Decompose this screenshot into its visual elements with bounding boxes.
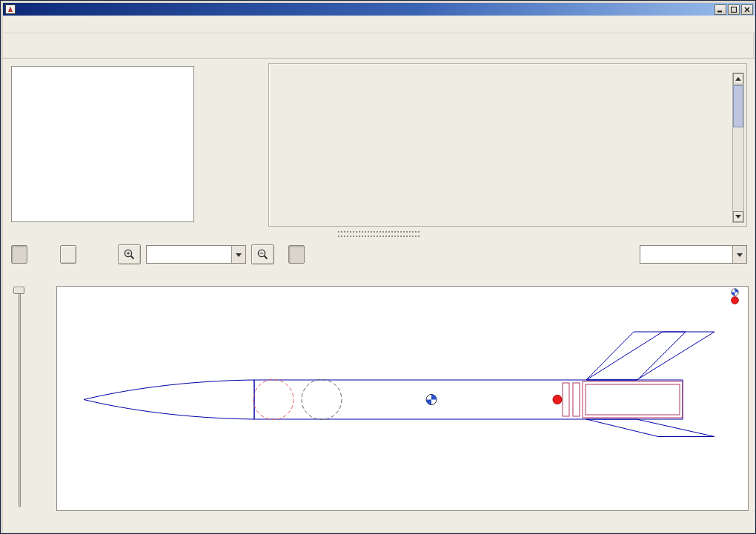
rotation-slider-handle[interactable] xyxy=(13,287,24,294)
zoom-out-button[interactable] xyxy=(251,244,274,264)
side-view-button[interactable] xyxy=(11,245,27,264)
cp-icon xyxy=(731,296,739,304)
ruler-unit-label xyxy=(35,270,56,286)
zoom-in-button[interactable] xyxy=(118,244,141,264)
add-component-group xyxy=(268,63,747,227)
scrollbar-thumb[interactable] xyxy=(733,85,743,127)
nose-cone-outline[interactable] xyxy=(84,380,254,419)
statusbar xyxy=(3,512,755,533)
component-tree[interactable] xyxy=(11,66,194,222)
rocket-drawing[interactable] xyxy=(56,286,749,511)
vertical-ruler xyxy=(35,286,56,511)
component-scrollbar[interactable] xyxy=(732,73,744,223)
scroll-up-icon[interactable] xyxy=(733,73,743,84)
fin-outline-upper-2[interactable] xyxy=(586,332,714,380)
back-view-button[interactable] xyxy=(60,245,76,264)
menubar xyxy=(3,16,755,33)
cp-marker xyxy=(553,396,562,404)
maximize-button[interactable] xyxy=(728,4,740,15)
magnifier-plus-icon xyxy=(123,248,136,261)
fin-outline-lower[interactable] xyxy=(586,419,714,437)
split-pane-handle[interactable] xyxy=(338,230,420,239)
app-icon xyxy=(5,4,16,14)
minimize-button[interactable] xyxy=(714,4,726,15)
centering-ring-outline[interactable] xyxy=(563,383,569,416)
scroll-down-icon[interactable] xyxy=(733,211,743,222)
tab-strip xyxy=(3,33,755,59)
chevron-down-icon[interactable] xyxy=(231,246,245,263)
stability-info xyxy=(731,288,745,304)
inner-tube-outline[interactable] xyxy=(583,381,683,418)
motor-configuration-select[interactable] xyxy=(640,245,747,264)
motor-configuration-value xyxy=(640,246,732,263)
zoom-level-select[interactable] xyxy=(146,245,246,264)
chevron-down-icon[interactable] xyxy=(732,246,746,263)
centering-ring-outline[interactable] xyxy=(573,383,580,416)
zoom-level-value xyxy=(147,246,231,263)
horizontal-ruler xyxy=(56,270,749,286)
engine-block-outline[interactable] xyxy=(586,384,680,415)
parachute-outline[interactable] xyxy=(253,380,294,420)
rotation-slider-track[interactable] xyxy=(19,288,21,507)
body-tube-outline[interactable] xyxy=(254,380,683,419)
cg-icon xyxy=(731,288,739,296)
fin-outline-upper-1[interactable] xyxy=(586,332,686,380)
titlebar[interactable] xyxy=(3,3,755,16)
stage-1-toggle[interactable] xyxy=(288,245,305,264)
mass-component-outline[interactable] xyxy=(302,380,342,420)
openrocket-window xyxy=(0,0,756,534)
close-button[interactable] xyxy=(741,4,753,15)
magnifier-minus-icon xyxy=(256,248,269,261)
cg-marker xyxy=(426,395,437,405)
